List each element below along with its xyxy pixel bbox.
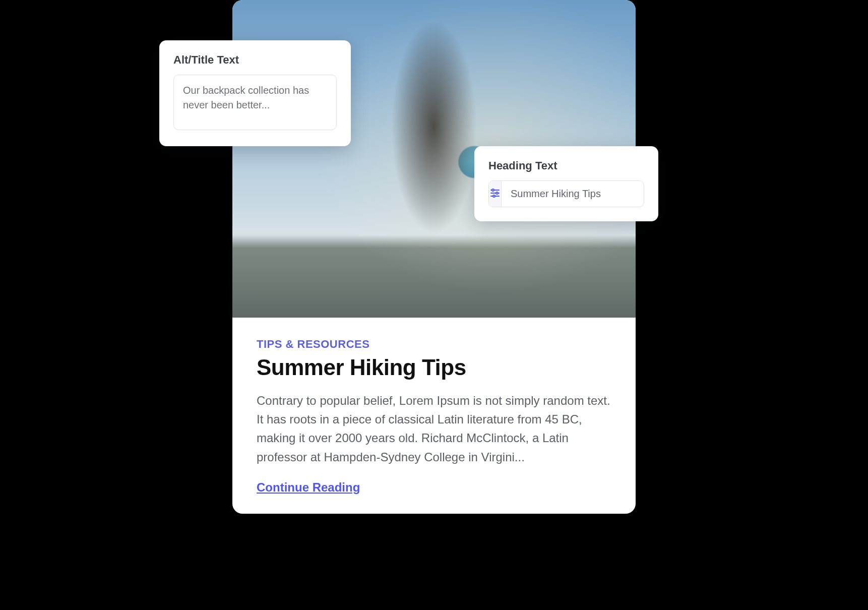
continue-reading-link[interactable]: Continue Reading xyxy=(257,480,360,494)
heading-text-input[interactable] xyxy=(502,181,644,207)
heading-text-popover: Heading Text xyxy=(474,146,658,221)
svg-point-4 xyxy=(496,192,498,194)
alt-text-label: Alt/Title Text xyxy=(173,53,337,67)
heading-text-label: Heading Text xyxy=(488,159,644,172)
settings-button[interactable] xyxy=(489,181,502,207)
alt-text-popover: Alt/Title Text xyxy=(159,40,351,146)
blog-card-body: TIPS & RESOURCES Summer Hiking Tips Cont… xyxy=(232,318,636,514)
category-eyebrow: TIPS & RESOURCES xyxy=(257,338,611,351)
alt-text-input[interactable] xyxy=(173,75,337,130)
heading-input-row xyxy=(488,180,644,207)
svg-point-3 xyxy=(492,189,494,191)
article-headline: Summer Hiking Tips xyxy=(257,355,611,380)
sliders-icon xyxy=(489,187,501,201)
svg-point-5 xyxy=(493,195,495,197)
article-excerpt: Contrary to popular belief, Lorem Ipsum … xyxy=(257,391,611,466)
